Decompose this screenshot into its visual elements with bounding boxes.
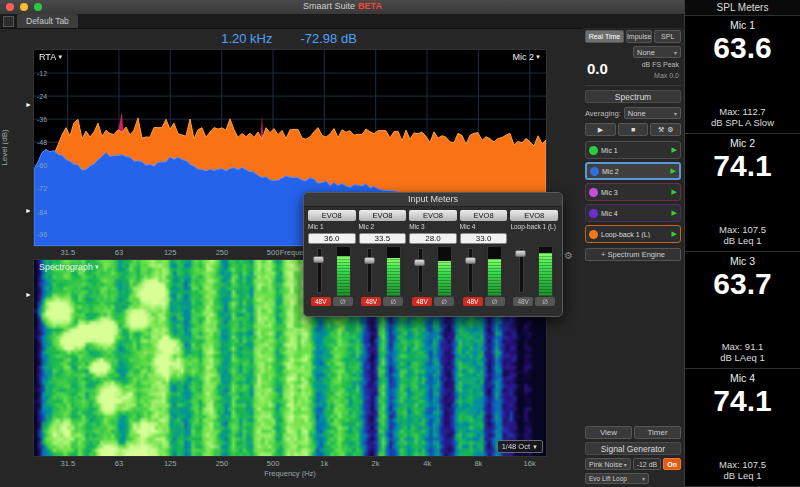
polarity-button[interactable]: ∅ bbox=[434, 297, 454, 306]
mode-button-spl[interactable]: SPL bbox=[654, 30, 681, 43]
fader-thumb[interactable] bbox=[414, 259, 425, 266]
device-select-button[interactable]: EVO8 bbox=[460, 210, 508, 221]
generator-level-button[interactable]: -12 dB bbox=[633, 458, 662, 470]
stop-button[interactable]: ■ bbox=[618, 123, 649, 136]
fader-meter-group bbox=[460, 246, 508, 295]
rta-cursor-marker-icon[interactable]: ► bbox=[25, 101, 32, 108]
weighting-dropdown[interactable]: None ▾ bbox=[633, 46, 681, 58]
chevron-down-icon: ▾ bbox=[642, 475, 645, 482]
source-active-play-icon[interactable]: ▶ bbox=[672, 188, 677, 196]
spec-x-tick: 2k bbox=[372, 459, 380, 468]
app-name: Smaart Suite bbox=[303, 1, 355, 11]
rta-cursor-marker-icon[interactable]: ► bbox=[25, 207, 32, 214]
spectrum-section-header[interactable]: Spectrum bbox=[585, 90, 681, 103]
device-select-button[interactable]: EVO8 bbox=[359, 210, 407, 221]
generator-routing-dropdown[interactable]: Evo Lift Loop ▾ bbox=[585, 473, 649, 484]
polarity-button[interactable]: ∅ bbox=[333, 297, 353, 306]
cursor-frequency-value: 1.20 kHz bbox=[221, 31, 272, 46]
channel-strip: EVO8 Mic 2 33.5 48V ∅ bbox=[359, 210, 407, 306]
cursor-level-value: -72.98 dB bbox=[300, 31, 356, 46]
spl-meter-name: Mic 4 bbox=[730, 372, 755, 384]
spec-x-tick: 31.5 bbox=[60, 459, 75, 468]
spectrograph-cursor-marker-icon[interactable]: ► bbox=[25, 291, 32, 298]
fader-thumb[interactable] bbox=[364, 257, 375, 264]
spl-meter-max: Max: 112.7 bbox=[719, 106, 765, 117]
settings-tools-button[interactable]: ⚒ ⚙ bbox=[650, 123, 681, 136]
source-row-mic-3[interactable]: Mic 3 ▶ bbox=[585, 183, 681, 201]
polarity-button[interactable]: ∅ bbox=[535, 297, 555, 306]
spl-meter-mic-3[interactable]: Mic 3 63.7 Max: 91.1 dB LAeq 1 bbox=[685, 252, 800, 370]
level-meter bbox=[437, 246, 452, 297]
phantom-button[interactable]: 48V bbox=[463, 297, 483, 306]
phantom-button[interactable]: 48V bbox=[412, 297, 432, 306]
fader-meter-group bbox=[359, 246, 407, 295]
rta-source-selector[interactable]: Mic 2▼ bbox=[513, 52, 541, 62]
channel-strips: EVO8 Mic 1 36.0 48V ∅ EVO8 Mic 2 33.5 bbox=[304, 207, 562, 309]
spl-meter-mic-1[interactable]: Mic 1 63.6 Max: 112.7 dB SPL A Slow bbox=[685, 16, 800, 134]
device-select-button[interactable]: EVO8 bbox=[510, 210, 558, 221]
fader-thumb[interactable] bbox=[465, 257, 476, 264]
averaging-label: Averaging: bbox=[585, 109, 621, 118]
gain-field[interactable]: 33.0 bbox=[460, 233, 508, 244]
plot-settings-gear-icon[interactable]: ⚙ bbox=[564, 250, 573, 261]
octave-resolution-badge[interactable]: 1/48 Oct▼ bbox=[497, 440, 543, 453]
mode-button-impulse[interactable]: Impulse bbox=[626, 30, 653, 43]
spectrograph-plot-type-selector[interactable]: Spectrograph▼ bbox=[39, 262, 100, 272]
fader-track[interactable] bbox=[414, 246, 425, 295]
generator-signal-dropdown[interactable]: Pink Noise ▾ bbox=[585, 458, 631, 470]
control-panel: Real Time Impulse SPL None ▾ 0.0 dB FS P… bbox=[583, 28, 683, 487]
source-active-play-icon[interactable]: ▶ bbox=[672, 146, 677, 154]
cursor-readout: 1.20 kHz -72.98 dB bbox=[33, 30, 545, 46]
spl-meter-max: Max: 91.1 bbox=[722, 341, 764, 352]
tab-default[interactable]: Default Tab bbox=[17, 14, 78, 28]
play-button[interactable]: ▶ bbox=[585, 123, 616, 136]
generator-power-button[interactable]: On bbox=[663, 458, 681, 470]
view-button[interactable]: View bbox=[585, 426, 632, 439]
fader-track[interactable] bbox=[313, 246, 324, 295]
add-spectrum-engine-button[interactable]: + Spectrum Engine bbox=[585, 248, 681, 261]
polarity-button[interactable]: ∅ bbox=[383, 297, 403, 306]
smaart-app-window: Smaart SuiteBETA Default Tab 1.20 kHz -7… bbox=[0, 0, 800, 487]
spl-meter-mic-2[interactable]: Mic 2 74.1 Max: 107.5 dB Leq 1 bbox=[685, 134, 800, 252]
source-active-play-icon[interactable]: ▶ bbox=[671, 167, 676, 175]
timer-button[interactable]: Timer bbox=[634, 426, 681, 439]
source-row-loopback-1[interactable]: Loop-back 1 (L) ▶ bbox=[585, 225, 681, 243]
source-name: Mic 4 bbox=[601, 210, 669, 217]
gain-field[interactable]: 28.0 bbox=[409, 233, 457, 244]
gain-field[interactable]: 36.0 bbox=[308, 233, 356, 244]
fader-track[interactable] bbox=[515, 246, 526, 295]
meter-fill bbox=[438, 261, 451, 296]
fader-thumb[interactable] bbox=[515, 250, 526, 257]
mode-button-real-time[interactable]: Real Time bbox=[585, 30, 624, 43]
tabs-menu-icon[interactable] bbox=[3, 16, 14, 27]
gain-field[interactable]: 33.5 bbox=[359, 233, 407, 244]
averaging-dropdown[interactable]: None ▾ bbox=[624, 107, 681, 119]
spl-meter-mic-4[interactable]: Mic 4 74.1 Max: 107.5 dB Leq 1 bbox=[685, 369, 800, 487]
signal-generator-header[interactable]: Signal Generator bbox=[585, 442, 681, 455]
input-meters-panel[interactable]: Input Meters EVO8 Mic 1 36.0 48V ∅ EVO8 … bbox=[303, 192, 563, 317]
device-select-button[interactable]: EVO8 bbox=[409, 210, 457, 221]
rta-plot-type-selector[interactable]: RTA▼ bbox=[39, 52, 63, 62]
device-select-button[interactable]: EVO8 bbox=[308, 210, 356, 221]
peak-level-max: Max 0.0 bbox=[642, 71, 679, 82]
fader-track[interactable] bbox=[364, 246, 375, 295]
source-row-mic-1[interactable]: Mic 1 ▶ bbox=[585, 141, 681, 159]
polarity-button[interactable]: ∅ bbox=[485, 297, 505, 306]
level-meter bbox=[487, 246, 502, 297]
channel-buttons: 48V ∅ bbox=[460, 297, 508, 306]
rta-title: RTA bbox=[39, 52, 56, 62]
phantom-button[interactable]: 48V bbox=[513, 297, 533, 306]
window-titlebar: Smaart SuiteBETA bbox=[0, 0, 685, 15]
phantom-button[interactable]: 48V bbox=[311, 297, 331, 306]
fader-track[interactable] bbox=[465, 246, 476, 295]
source-row-mic-2[interactable]: Mic 2 ▶ bbox=[585, 162, 681, 180]
source-name: Loop-back 1 (L) bbox=[601, 231, 669, 238]
source-row-mic-4[interactable]: Mic 4 ▶ bbox=[585, 204, 681, 222]
fader-thumb[interactable] bbox=[313, 256, 324, 263]
phantom-button[interactable]: 48V bbox=[361, 297, 381, 306]
rta-y-tick: -84 bbox=[37, 208, 47, 215]
spl-meter-value: 74.1 bbox=[713, 384, 771, 419]
source-color-dot bbox=[590, 167, 599, 176]
source-active-play-icon[interactable]: ▶ bbox=[672, 209, 677, 217]
source-active-play-icon[interactable]: ▶ bbox=[672, 230, 677, 238]
